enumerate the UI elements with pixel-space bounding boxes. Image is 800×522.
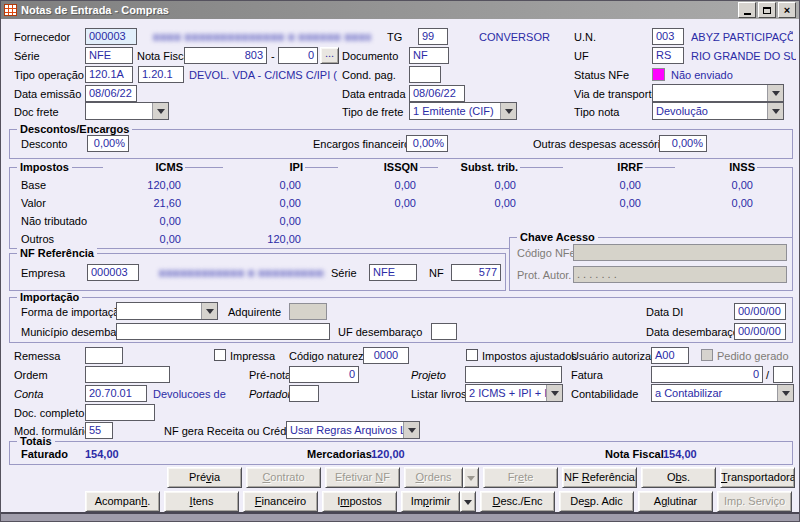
encargos-financeiros-field[interactable]: 0,00%: [406, 135, 448, 152]
nf-refer-ncia-button[interactable]: NF Referência: [562, 467, 637, 488]
impostos-cell: 120,00: [221, 233, 301, 245]
chevron-down-icon[interactable]: [403, 422, 419, 438]
ordens-dropdown-arrow: [463, 467, 479, 488]
pre-nota-field[interactable]: 0: [289, 366, 359, 383]
chevron-down-icon[interactable]: [546, 385, 562, 401]
documento-field[interactable]: NF: [409, 47, 449, 64]
chevron-down-icon[interactable]: [767, 103, 783, 119]
adquirente-field: [289, 303, 327, 320]
financeiro-button[interactable]: Financeiro: [243, 491, 318, 512]
forma-importacao-combo[interactable]: [116, 302, 218, 320]
ordem-field[interactable]: [85, 366, 170, 383]
pr-via-button[interactable]: Prévia: [167, 467, 242, 488]
listar-livros-combo[interactable]: 2 ICMS + IPI + ISS: [465, 384, 563, 402]
status-nfe-value: Não enviado: [671, 69, 733, 81]
doc-frete-combo[interactable]: [85, 102, 169, 120]
pedido-gerado-label: Pedido gerado: [717, 350, 789, 362]
desconto-field[interactable]: 0,00%: [87, 135, 129, 152]
data-desembaraco-label: Data desembaraço: [646, 326, 739, 338]
window-notas-de-entrada: Notas de Entrada - Compras × Fornecedor …: [0, 0, 800, 522]
ordens-button: Ordens: [404, 467, 463, 488]
doc-completo-field[interactable]: [85, 404, 155, 421]
fatura-parcela-field[interactable]: [773, 366, 793, 383]
totais-group-title: Totais: [17, 435, 55, 447]
fatura-field[interactable]: 0: [651, 366, 763, 383]
tipo-frete-combo[interactable]: 1 Emitente (CIF): [409, 102, 517, 120]
maximize-button[interactable]: [758, 2, 776, 18]
codigo-natureza-label: Código natureza: [289, 350, 370, 362]
serie-field[interactable]: NFE: [85, 47, 133, 64]
nf-ref-nf-field[interactable]: 577: [451, 264, 501, 281]
chevron-down-icon[interactable]: [777, 385, 793, 401]
fornecedor-name-redacted: ▆▆▆▆ ▆▆▆▆▆▆▆▆▆▆▆▆▆▆ ▆ ▆▆▆▆▆▆ ▆▆▆▆: [153, 32, 371, 41]
data-entrada-label: Data entrada: [342, 88, 406, 100]
projeto-field[interactable]: [465, 366, 562, 383]
chevron-down-icon[interactable]: [767, 85, 783, 101]
impostos-ajustados-checkbox[interactable]: [466, 349, 478, 361]
doc-completo-label: Doc. completo: [14, 407, 84, 419]
usuario-autorizado-field[interactable]: A00: [651, 347, 689, 364]
nf-ref-nf-label: NF: [429, 267, 444, 279]
remessa-field[interactable]: [85, 347, 123, 364]
imprimir-dropdown-arrow[interactable]: [460, 491, 476, 512]
frete-button: Frete: [483, 467, 558, 488]
mod-formulario-field[interactable]: 55: [85, 422, 113, 439]
tipo-operacao-code1-field[interactable]: 120.1A: [85, 66, 133, 83]
uf-field[interactable]: RS: [652, 47, 684, 64]
impostos-cell: 0,00: [221, 215, 301, 227]
close-button[interactable]: ×: [778, 2, 796, 18]
codigo-natureza-field[interactable]: 0000: [363, 347, 409, 364]
tg-field[interactable]: 99: [418, 28, 448, 45]
minimize-button[interactable]: [738, 2, 756, 18]
status-nfe-label: Status NFe: [574, 69, 629, 81]
transportadora-button[interactable]: Transportadora: [720, 467, 795, 488]
browse-button[interactable]: ...: [320, 47, 339, 64]
impressa-checkbox[interactable]: [214, 349, 226, 361]
un-desc: ABYZ PARTICIPAÇÕES E: [691, 31, 793, 43]
codigo-nfe-field: [573, 244, 787, 261]
outras-despesas-label: Outras despesas acessórias: [533, 138, 672, 150]
tg-label: TG: [387, 31, 402, 43]
tipo-nota-combo[interactable]: Devolução: [652, 102, 784, 120]
data-desembaraco-field[interactable]: 00/00/00: [734, 323, 786, 340]
nota-fiscal-sub-field[interactable]: 0: [278, 47, 318, 64]
impostos-column-header: ICMS: [103, 161, 185, 173]
un-field[interactable]: 003: [652, 28, 684, 45]
contabilidade-combo[interactable]: a Contabilizar: [651, 384, 794, 402]
chevron-down-icon[interactable]: [152, 103, 168, 119]
desp-adic-button[interactable]: Desp. Adic: [559, 491, 634, 512]
chevron-down-icon[interactable]: [500, 103, 516, 119]
listar-livros-label: Listar livros: [411, 388, 467, 400]
fornecedor-code-field[interactable]: 000003: [85, 28, 137, 45]
impostos-column-header: IPI: [223, 161, 305, 173]
uf-desembaraco-field[interactable]: [431, 323, 457, 340]
portador-field[interactable]: [289, 385, 319, 402]
mercadorias-value: 120,00: [371, 448, 405, 460]
desc-enc-button[interactable]: Desc./Enc: [480, 491, 555, 512]
data-emissao-field[interactable]: 08/06/22: [85, 85, 137, 102]
impostos-button[interactable]: Impostos: [322, 491, 397, 512]
data-di-field[interactable]: 00/00/00: [734, 303, 786, 320]
empresa-field[interactable]: 000003: [87, 264, 139, 281]
nota-fiscal-number-field[interactable]: 803: [184, 47, 267, 64]
imprimir-button[interactable]: Imprimir: [401, 491, 460, 512]
itens-button[interactable]: Itens: [164, 491, 239, 512]
acompanh-button[interactable]: Acompanh.: [85, 491, 160, 512]
via-transporte-combo[interactable]: [652, 84, 784, 102]
nf-gera-combo[interactable]: Usar Regras Arquivos Legais: [286, 421, 420, 439]
tipo-operacao-code2-field[interactable]: 1.20.1: [138, 66, 184, 83]
titlebar: Notas de Entrada - Compras ×: [1, 1, 799, 19]
cond-pag-field[interactable]: [409, 66, 441, 83]
conta-field[interactable]: 20.70.01: [85, 385, 147, 402]
aglutinar-button[interactable]: Aglutinar: [638, 491, 713, 512]
chevron-down-icon[interactable]: [201, 303, 217, 319]
contabilidade-label: Contabilidade: [571, 388, 638, 400]
nf-ref-serie-field[interactable]: NFE: [369, 264, 417, 281]
municipio-desembaraco-field[interactable]: [116, 323, 330, 340]
obs-button[interactable]: Obs.: [641, 467, 716, 488]
tipo-frete-value: 1 Emitente (CIF): [413, 105, 494, 117]
pre-nota-label: Pré-nota: [249, 369, 291, 381]
contabilidade-value: a Contabilizar: [655, 387, 722, 399]
outras-despesas-field[interactable]: 0,00%: [659, 135, 707, 152]
data-entrada-field[interactable]: 08/06/22: [409, 85, 465, 102]
